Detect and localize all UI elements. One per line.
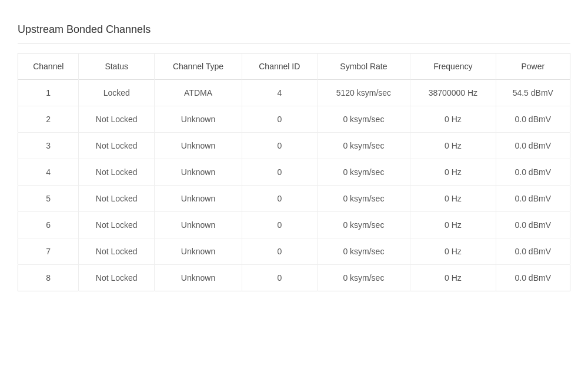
cell-channel: 4 <box>18 159 79 186</box>
cell-channel-id: 4 <box>242 80 317 106</box>
col-header-frequency: Frequency <box>410 53 496 80</box>
page-container: Upstream Bonded Channels Channel Status … <box>12 12 576 303</box>
cell-channel-type: Unknown <box>154 186 242 212</box>
cell-channel-type: Unknown <box>154 106 242 133</box>
cell-power: 0.0 dBmV <box>496 186 570 212</box>
table-body: 1LockedATDMA45120 ksym/sec38700000 Hz54.… <box>18 80 570 291</box>
cell-power: 0.0 dBmV <box>496 133 570 159</box>
cell-channel: 3 <box>18 133 79 159</box>
table-row: 1LockedATDMA45120 ksym/sec38700000 Hz54.… <box>18 80 570 106</box>
table-wrapper: Channel Status Channel Type Channel ID S… <box>18 53 570 291</box>
cell-channel-type: ATDMA <box>154 80 242 106</box>
cell-symbol-rate: 0 ksym/sec <box>317 238 410 265</box>
col-header-status: Status <box>79 53 155 80</box>
section-title: Upstream Bonded Channels <box>18 23 570 43</box>
cell-channel-type: Unknown <box>154 238 242 265</box>
cell-channel-id: 0 <box>242 133 317 159</box>
cell-frequency: 0 Hz <box>410 238 496 265</box>
table-row: 2Not LockedUnknown00 ksym/sec0 Hz0.0 dBm… <box>18 106 570 133</box>
cell-channel: 8 <box>18 265 79 291</box>
cell-channel-id: 0 <box>242 238 317 265</box>
cell-status: Not Locked <box>79 133 155 159</box>
cell-frequency: 0 Hz <box>410 186 496 212</box>
table-row: 3Not LockedUnknown00 ksym/sec0 Hz0.0 dBm… <box>18 133 570 159</box>
cell-power: 0.0 dBmV <box>496 106 570 133</box>
cell-power: 0.0 dBmV <box>496 238 570 265</box>
cell-status: Not Locked <box>79 159 155 186</box>
cell-symbol-rate: 0 ksym/sec <box>317 133 410 159</box>
table-row: 8Not LockedUnknown00 ksym/sec0 Hz0.0 dBm… <box>18 265 570 291</box>
cell-status: Locked <box>79 80 155 106</box>
cell-channel-type: Unknown <box>154 159 242 186</box>
cell-status: Not Locked <box>79 238 155 265</box>
col-header-channel-type: Channel Type <box>154 53 242 80</box>
col-header-channel-id: Channel ID <box>242 53 317 80</box>
cell-channel-type: Unknown <box>154 265 242 291</box>
cell-channel: 1 <box>18 80 79 106</box>
cell-channel-id: 0 <box>242 186 317 212</box>
cell-symbol-rate: 0 ksym/sec <box>317 159 410 186</box>
cell-frequency: 0 Hz <box>410 133 496 159</box>
col-header-channel: Channel <box>18 53 79 80</box>
cell-power: 0.0 dBmV <box>496 159 570 186</box>
cell-frequency: 0 Hz <box>410 212 496 238</box>
cell-power: 0.0 dBmV <box>496 265 570 291</box>
table-row: 6Not LockedUnknown00 ksym/sec0 Hz0.0 dBm… <box>18 212 570 238</box>
col-header-symbol-rate: Symbol Rate <box>317 53 410 80</box>
cell-frequency: 38700000 Hz <box>410 80 496 106</box>
cell-symbol-rate: 0 ksym/sec <box>317 106 410 133</box>
upstream-channels-table: Channel Status Channel Type Channel ID S… <box>18 53 570 291</box>
cell-channel-id: 0 <box>242 159 317 186</box>
cell-frequency: 0 Hz <box>410 106 496 133</box>
cell-symbol-rate: 0 ksym/sec <box>317 265 410 291</box>
cell-channel: 5 <box>18 186 79 212</box>
table-row: 7Not LockedUnknown00 ksym/sec0 Hz0.0 dBm… <box>18 238 570 265</box>
cell-symbol-rate: 5120 ksym/sec <box>317 80 410 106</box>
cell-channel-id: 0 <box>242 212 317 238</box>
cell-power: 0.0 dBmV <box>496 212 570 238</box>
cell-status: Not Locked <box>79 212 155 238</box>
cell-channel-id: 0 <box>242 265 317 291</box>
cell-symbol-rate: 0 ksym/sec <box>317 186 410 212</box>
table-row: 4Not LockedUnknown00 ksym/sec0 Hz0.0 dBm… <box>18 159 570 186</box>
cell-frequency: 0 Hz <box>410 159 496 186</box>
cell-channel: 7 <box>18 238 79 265</box>
cell-status: Not Locked <box>79 106 155 133</box>
cell-channel-type: Unknown <box>154 133 242 159</box>
cell-power: 54.5 dBmV <box>496 80 570 106</box>
cell-channel: 6 <box>18 212 79 238</box>
cell-channel-type: Unknown <box>154 212 242 238</box>
cell-channel-id: 0 <box>242 106 317 133</box>
cell-symbol-rate: 0 ksym/sec <box>317 212 410 238</box>
col-header-power: Power <box>496 53 570 80</box>
cell-channel: 2 <box>18 106 79 133</box>
table-row: 5Not LockedUnknown00 ksym/sec0 Hz0.0 dBm… <box>18 186 570 212</box>
cell-status: Not Locked <box>79 265 155 291</box>
table-header-row: Channel Status Channel Type Channel ID S… <box>18 53 570 80</box>
cell-status: Not Locked <box>79 186 155 212</box>
cell-frequency: 0 Hz <box>410 265 496 291</box>
